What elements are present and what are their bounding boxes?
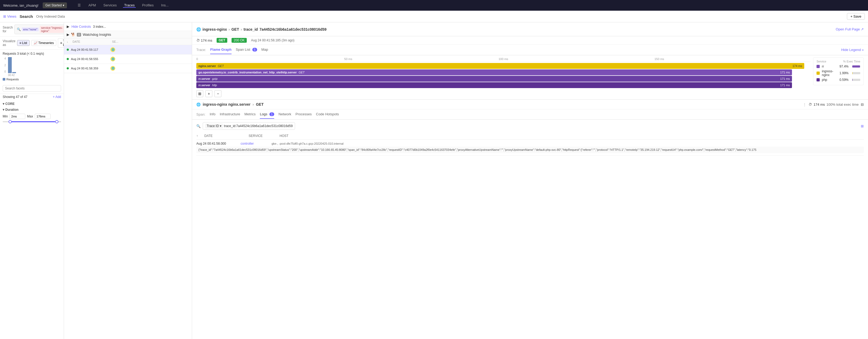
service-tag: service:"ingress-nginx" [40, 26, 64, 33]
add-button[interactable]: + Add [53, 95, 61, 99]
ruler-0: 0 [196, 57, 198, 61]
service-icon: 🌐 [111, 57, 115, 61]
operation-name: GET [231, 27, 239, 31]
expand-icon[interactable]: ⊟ [861, 103, 864, 107]
legend-color-nginx [816, 72, 820, 75]
toplist-icon: ≡ [60, 41, 62, 45]
timeseries-icon: 📈 [34, 41, 38, 45]
vis-timeseries-button[interactable]: 📈 Timeseries [31, 40, 56, 46]
trace-list-panel: ▶ Hide Controls 3 index... ▶ 🐕 0 Watchdo… [64, 22, 192, 339]
span-duration-badge: ⏱ 174 ms 100% total exec time [808, 103, 859, 107]
flame-bar-4[interactable]: rr.server http 171 ms [196, 82, 792, 88]
flame-bar-2[interactable]: go.opentelemetry.io_contrib_instrumentat… [196, 69, 792, 75]
trace-list-item[interactable]: Aug 24 00:41:58.555 🌐 [64, 54, 192, 64]
flame-bar-3[interactable]: rr.server gzip 171 ms [196, 76, 792, 82]
trace-header: 🌐 ingress-nginx › GET › trace_id 7a44524… [192, 22, 868, 36]
right-panel: 🌐 ingress-nginx › GET › trace_id 7a44524… [192, 22, 868, 339]
facets-search-input[interactable] [3, 85, 61, 91]
tab-map[interactable]: Map [261, 46, 268, 54]
open-full-page-button[interactable]: Open Full Page ↗ [836, 27, 864, 31]
status-dot [67, 58, 69, 60]
slider-thumb-min[interactable] [8, 120, 12, 123]
core-header[interactable]: ▾ CORE [3, 101, 61, 107]
item-date: Aug 24 00:41:58.359 [71, 67, 108, 70]
ruler-100: 100 ms [499, 57, 508, 61]
chevron-down-icon: ▾ [3, 102, 4, 106]
watchdog-badge: 0 [77, 33, 81, 36]
top-navigation: Welcome, ian_zhuang! Get Started ▾ ☰ APM… [0, 0, 868, 11]
expand-icon: ▶ [67, 33, 69, 36]
date-col-header[interactable]: DATE [204, 134, 244, 138]
legend-name-rr: rr [822, 65, 836, 68]
nav-item-hamburger[interactable]: ☰ [76, 3, 82, 8]
expand-button[interactable]: ⊞ [196, 90, 203, 97]
trace-id-filter-dropdown[interactable]: Trace ID ▾ [205, 123, 223, 129]
logs-section: 🔍 Trace ID ▾ trace_id:7a44524c16b6a1a61d… [192, 120, 868, 158]
search-input[interactable]: 🔍 env:"none" service:"ingress-nginx" [14, 25, 64, 34]
span-tab-code-hotspots[interactable]: Code Hotspots [316, 110, 339, 119]
get-started-button[interactable]: Get Started ▾ [43, 2, 67, 8]
zoom-in-button[interactable]: + [206, 90, 212, 97]
nav-item-profiles[interactable]: Profiles [141, 3, 155, 8]
date-column-header[interactable]: DATE [72, 40, 110, 43]
legend-color-rr [816, 65, 820, 68]
vis-list-button[interactable]: ≡ List [17, 40, 30, 46]
expand-logs-icon[interactable]: ⊞ [861, 124, 864, 128]
more-options-icon[interactable]: ⋮ [803, 103, 806, 107]
sort-up-icon: ↑ [196, 134, 200, 138]
legend-row-nginx: ingress-nginx 1.99% [816, 69, 860, 77]
span-tab-info[interactable]: Info [210, 110, 216, 119]
trace-list-item[interactable]: Aug 24 00:41:59.117 🌐 [64, 45, 192, 54]
chart-legend: Requests [3, 78, 61, 81]
visualize-row: Visualize as ≡ List 📈 Timeseries ≡ Top L… [0, 36, 64, 50]
flame-bar-3-duration: 171 ms [780, 77, 790, 80]
nav-item-services[interactable]: Services [102, 3, 118, 8]
service-column-header[interactable]: SE... [112, 40, 189, 43]
facets-search [0, 83, 64, 94]
views-icon: ⊞ [3, 15, 6, 19]
span-title: ingress-nginx nginx.server › GET [203, 102, 801, 107]
chart-bars [8, 57, 61, 73]
chart-bar-2 [12, 72, 16, 73]
logs-filter: Trace ID ▾ trace_id:7a44524c16b6a1a61dec… [203, 122, 295, 130]
hide-controls-button[interactable]: Hide Controls [71, 25, 91, 29]
host-col-header[interactable]: HOST [280, 134, 864, 138]
log-date: Aug 24 00:41:58.000 [196, 142, 236, 145]
span-tab-infrastructure[interactable]: Infrastructure [220, 110, 240, 119]
tab-span-list[interactable]: Span List 5 [236, 46, 257, 54]
hide-legend-button[interactable]: Hide Legend » [841, 48, 864, 52]
chart-y-2: 2 [3, 64, 6, 67]
logs-badge: 1 [270, 112, 274, 116]
service-col-header[interactable]: SERVICE [249, 134, 275, 138]
span-tab-logs[interactable]: Logs 1 [260, 110, 274, 119]
save-button[interactable]: + Save [847, 13, 865, 20]
duration-slider[interactable] [3, 121, 61, 122]
search-icon: 🔍 [17, 28, 21, 31]
log-row: Aug 24 00:41:58.000 controller gke-, -po… [196, 140, 864, 156]
showing-row: Showing 47 of 47 + Add [0, 94, 64, 100]
zoom-out-button[interactable]: − [214, 90, 221, 97]
nav-item-ins[interactable]: Ins... [160, 3, 169, 8]
slider-thumb-max[interactable] [55, 120, 58, 123]
views-button[interactable]: ⊞ Views [3, 15, 16, 19]
span-tab-network[interactable]: Network [278, 110, 291, 119]
status-dot [67, 67, 69, 69]
duration-label: Duration [5, 108, 19, 112]
watchdog-label: Watchdog Insights [83, 33, 111, 36]
span-tab-metrics[interactable]: Metrics [244, 110, 255, 119]
timestamp: Aug 24 00:41:58.185 (3m ago) [251, 38, 294, 42]
logs-table-header: ↑ DATE SERVICE HOST [196, 133, 864, 140]
trace-list-item[interactable]: Aug 24 00:41:58.359 🌐 [64, 64, 192, 73]
duration-max-input[interactable] [35, 114, 51, 119]
tab-flame-graph[interactable]: Flame Graph [210, 46, 231, 54]
span-tab-processes[interactable]: Processes [296, 110, 312, 119]
duration-badge: ⏱ 174 ms [196, 38, 212, 43]
log-row-top: Aug 24 00:41:58.000 controller gke-, -po… [196, 142, 864, 145]
nav-item-traces[interactable]: Traces [123, 3, 135, 8]
duration-header[interactable]: ▾ Duration [3, 107, 61, 113]
duration-min-input[interactable] [9, 114, 25, 119]
flame-bar-1[interactable]: nginx.server GET 174 ms [196, 63, 804, 69]
nav-item-apm[interactable]: APM [87, 3, 97, 8]
clock-icon: ⏱ [808, 103, 812, 107]
vis-toplist-button[interactable]: ≡ Top List [58, 38, 64, 48]
